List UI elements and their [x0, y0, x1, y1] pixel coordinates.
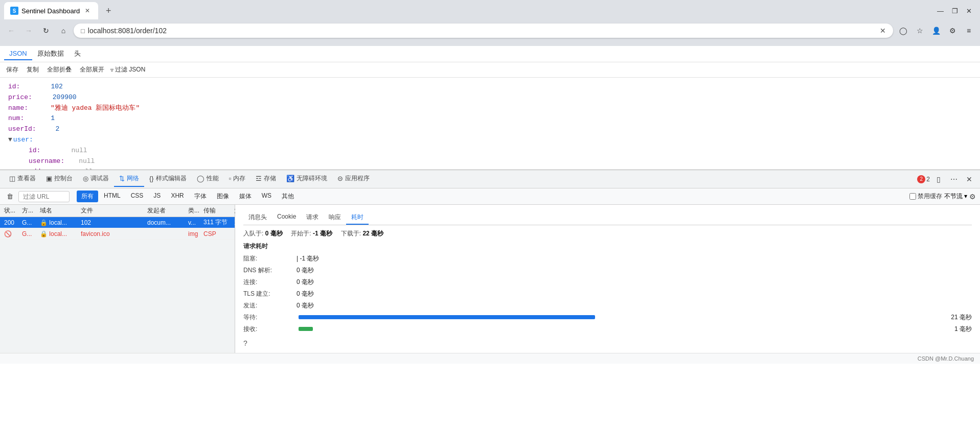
address-clear-button[interactable]: ✕: [880, 27, 886, 35]
storage-icon: ☲: [256, 175, 262, 182]
timing-tab-request[interactable]: 请求: [301, 211, 324, 225]
devtools-tab-bar: ◫ 查看器 ▣ 控制台 ◎ 调试器 ⇅ 网络 {} 样式编辑器 ◯ 性能: [0, 170, 980, 188]
screenshot-button[interactable]: ◯: [896, 23, 910, 38]
copy-btn[interactable]: 复制: [25, 64, 41, 75]
start-label: 开始于:: [291, 230, 313, 237]
profile-button[interactable]: 👤: [929, 23, 943, 38]
price-key: price:: [8, 92, 32, 103]
json-tab-bar: JSON 原始数据 头: [0, 46, 980, 62]
network-filter-input[interactable]: [18, 191, 70, 202]
minimize-button[interactable]: —: [933, 5, 948, 17]
tab-close-btn[interactable]: ✕: [83, 6, 92, 15]
home-button[interactable]: ⌂: [56, 23, 71, 38]
user-key: user:: [13, 135, 33, 146]
extensions-button[interactable]: ⚙: [945, 23, 960, 38]
devtools-tab-storage[interactable]: ☲ 存储: [250, 171, 281, 187]
timing-tab-cookies[interactable]: Cookie: [272, 211, 301, 225]
filter-font[interactable]: 字体: [190, 191, 211, 202]
download-label: 下载于:: [341, 230, 363, 237]
timing-queue-info: 入队于: 0 毫秒 开始于: -1 毫秒 下载于: 22 毫秒: [243, 229, 972, 238]
help-icon[interactable]: ?: [243, 339, 247, 347]
user-toggle[interactable]: ▼: [8, 135, 12, 146]
collapse-all-btn[interactable]: 全部折叠: [45, 64, 74, 75]
devtools-tab-accessibility[interactable]: ♿ 无障碍环境: [281, 171, 332, 187]
close-button[interactable]: ✕: [962, 5, 976, 17]
network-row-favicon[interactable]: 🚫 G... 🔒 local... favicon.ico img CSP: [0, 228, 235, 240]
row1-file: 102: [79, 219, 145, 226]
tab-json[interactable]: JSON: [4, 47, 32, 60]
filter-all[interactable]: 所有: [77, 191, 98, 202]
filter-js[interactable]: JS: [149, 191, 165, 202]
row1-domain: 🔒 local...: [38, 219, 79, 226]
tab-title: Sentinel Dashboard: [21, 7, 80, 15]
blocking-label: 阻塞:: [243, 254, 294, 263]
clear-network-btn[interactable]: 🗑: [4, 191, 15, 202]
devtools-tab-debugger[interactable]: ◎ 调试器: [78, 171, 114, 187]
devtools-tab-perf[interactable]: ◯ 性能: [192, 171, 224, 187]
error-badge: 2: [917, 175, 925, 183]
menu-button[interactable]: ≡: [962, 23, 976, 38]
devtools-tab-network[interactable]: ⇅ 网络: [114, 171, 144, 187]
timing-tab-timing[interactable]: 耗时: [346, 211, 369, 225]
dns-label: DNS 解析:: [243, 266, 294, 275]
row2-domain: 🔒 local...: [38, 230, 79, 237]
send-value: 0 毫秒: [297, 301, 314, 310]
devtools-close-btn[interactable]: ✕: [963, 173, 976, 186]
row2-file: favicon.ico: [79, 230, 145, 237]
userid-val: 2: [56, 124, 60, 135]
json-actions: 保存 复制 全部折叠 全部展开 ▿ 过滤 JSON: [0, 62, 980, 78]
waiting-bar: [299, 315, 595, 319]
url-text: localhost:8081/order/102: [88, 27, 877, 35]
forward-button[interactable]: →: [21, 23, 36, 38]
filter-xhr[interactable]: XHR: [166, 191, 188, 202]
disable-cache-label[interactable]: 禁用缓存: [909, 192, 942, 201]
disable-cache-checkbox[interactable]: [909, 193, 916, 200]
throttle-selector[interactable]: 不节流 ▾: [944, 192, 967, 201]
devtools-tab-console[interactable]: ▣ 控制台: [41, 171, 78, 187]
restore-button[interactable]: ❐: [948, 5, 962, 17]
receiving-value: 1 毫秒: [954, 325, 972, 334]
browser-tab[interactable]: S Sentinel Dashboard ✕: [4, 2, 98, 19]
window-controls: — ❐ ✕: [933, 5, 976, 17]
network-table-wrap: 状... 方... 域名 文件 发起者 类... 传输 大... 200 G..…: [0, 205, 980, 353]
col-header-transfer: 传输: [201, 206, 232, 215]
timing-row-dns: DNS 解析: 0 毫秒: [243, 265, 972, 276]
blocking-value: | -1 毫秒: [297, 254, 319, 263]
waiting-bar-wrap: [299, 315, 947, 320]
filter-media[interactable]: 媒体: [235, 191, 256, 202]
network-row-102[interactable]: 200 G... 🔒 local... 102 docum... v... 31…: [0, 217, 235, 228]
timing-tab-headers[interactable]: 消息头: [243, 211, 272, 225]
bookmark-button[interactable]: ☆: [913, 23, 927, 38]
network-settings-btn[interactable]: ⚙: [969, 193, 976, 201]
queue-label: 入队于:: [243, 230, 265, 237]
receiving-bar-wrap: [299, 327, 950, 332]
devtools-tab-style[interactable]: {} 样式编辑器: [144, 171, 192, 187]
back-button[interactable]: ←: [4, 23, 18, 38]
filter-html[interactable]: HTML: [99, 191, 125, 202]
timing-tab-response[interactable]: 响应: [324, 211, 346, 225]
row1-method: G...: [20, 219, 38, 226]
devtools-tab-app[interactable]: ⊝ 应用程序: [332, 171, 375, 187]
devtools-tab-memory[interactable]: ▫ 内存: [224, 171, 251, 187]
inspector-icon: ◫: [9, 175, 15, 182]
devtools-more-btn[interactable]: ⋯: [947, 173, 961, 186]
filter-other[interactable]: 其他: [277, 191, 299, 202]
footer: CSDN @Mr.D.Chuang: [0, 353, 980, 364]
num-val: 1: [51, 113, 55, 124]
filter-image[interactable]: 图像: [212, 191, 234, 202]
new-tab-button[interactable]: +: [101, 4, 116, 18]
timing-help: ?: [243, 339, 972, 347]
address-bar[interactable]: □ localhost:8081/order/102 ✕: [74, 23, 893, 38]
filter-json-btn[interactable]: ▿ 过滤 JSON: [110, 65, 145, 74]
save-btn[interactable]: 保存: [4, 64, 20, 75]
download-value: 22 毫秒: [362, 230, 383, 237]
filter-css[interactable]: CSS: [126, 191, 148, 202]
reload-button[interactable]: ↻: [39, 23, 53, 38]
devtools-dock-btn[interactable]: ▯: [932, 173, 945, 186]
filter-ws[interactable]: WS: [257, 191, 276, 202]
memory-icon: ▫: [229, 175, 232, 182]
expand-all-btn[interactable]: 全部展开: [78, 64, 106, 75]
devtools-tab-inspector[interactable]: ◫ 查看器: [4, 171, 41, 187]
tab-raw[interactable]: 原始数据: [32, 47, 69, 61]
tab-headers[interactable]: 头: [69, 47, 86, 61]
